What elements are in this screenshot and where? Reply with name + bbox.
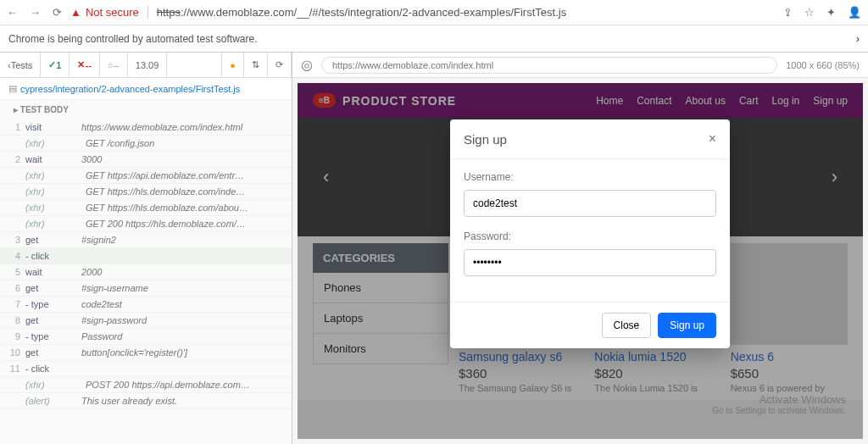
username-input[interactable] bbox=[464, 190, 716, 217]
browser-toolbar: ← → ⟳ ▲ Not secure https://www.demoblaze… bbox=[0, 0, 868, 25]
pending-count: ○ -- bbox=[100, 53, 128, 77]
rerun-icon[interactable]: ⟳ bbox=[268, 53, 292, 77]
command-row[interactable]: 4- click bbox=[0, 248, 292, 264]
status-dot: ● bbox=[221, 53, 244, 77]
test-body-label: ▸ TEST BODY bbox=[0, 100, 292, 119]
username-label: Username: bbox=[464, 171, 716, 183]
command-row[interactable]: (xhr)POST 200 https://api.demoblaze.com… bbox=[0, 377, 292, 393]
extensions-icon[interactable]: ✦ bbox=[826, 6, 836, 19]
duration: 13.09 bbox=[128, 53, 168, 77]
command-row[interactable]: (alert)This user already exist. bbox=[0, 393, 292, 409]
file-icon: ▤ bbox=[8, 83, 17, 94]
target-icon[interactable]: ◎ bbox=[301, 57, 313, 73]
close-button[interactable]: Close bbox=[602, 313, 652, 338]
security-badge[interactable]: ▲ Not secure bbox=[70, 6, 139, 19]
chevron-right-icon[interactable]: › bbox=[856, 33, 860, 45]
viewport-size: 1000 x 660 (85%) bbox=[786, 60, 860, 70]
address-bar[interactable]: https://www.demoblaze.com/__/#/tests/int… bbox=[147, 6, 566, 19]
reload-icon[interactable]: ⟳ bbox=[53, 6, 62, 19]
star-icon[interactable]: ☆ bbox=[804, 6, 815, 19]
forward-icon[interactable]: → bbox=[30, 6, 41, 19]
notice-text: Chrome is being controlled by automated … bbox=[8, 33, 257, 45]
command-row[interactable]: 3get#signin2 bbox=[0, 232, 292, 248]
app-preview: ◎ https://www.demoblaze.com/index.html 1… bbox=[292, 53, 868, 444]
warning-icon: ▲ bbox=[70, 6, 81, 19]
command-row[interactable]: 1visithttps://www.demoblaze.com/index.ht… bbox=[0, 119, 292, 136]
sort-icon[interactable]: ⇅ bbox=[244, 53, 268, 77]
share-icon[interactable]: ⇪ bbox=[783, 6, 793, 19]
app-frame: ≡B PRODUCT STORE HomeContactAbout usCart… bbox=[298, 83, 863, 439]
command-row[interactable]: (xhr)GET https://hls.demoblaze.com/abou… bbox=[0, 200, 292, 216]
pass-count: ✓ 1 bbox=[41, 53, 70, 77]
command-row[interactable]: 5wait2000 bbox=[0, 264, 292, 280]
cypress-panel: ‹ Tests ✓ 1 ✕ -- ○ -- 13.09 ● ⇅ ⟳ ▤ cypr… bbox=[0, 53, 292, 444]
command-row[interactable]: (xhr)GET /config.json bbox=[0, 136, 292, 152]
back-to-tests[interactable]: ‹ Tests bbox=[0, 53, 41, 77]
nav-arrows[interactable]: ← → ⟳ bbox=[7, 6, 62, 19]
profile-icon[interactable]: 👤 bbox=[848, 6, 861, 19]
cypress-toolbar: ‹ Tests ✓ 1 ✕ -- ○ -- 13.09 ● ⇅ ⟳ bbox=[0, 53, 292, 78]
command-row[interactable]: 9- typePassword bbox=[0, 329, 292, 345]
command-row[interactable]: (xhr)GET 200 https://hls.demoblaze.com/… bbox=[0, 216, 292, 232]
command-row[interactable]: 7- typecode2test bbox=[0, 297, 292, 313]
modal-title: Sign up bbox=[464, 132, 507, 147]
command-row[interactable]: 11- click bbox=[0, 361, 292, 377]
password-label: Password: bbox=[464, 230, 716, 242]
command-row[interactable]: 2wait3000 bbox=[0, 152, 292, 168]
spec-path[interactable]: ▤ cypress/integration/2-advanced-example… bbox=[0, 78, 292, 100]
command-row[interactable]: (xhr)GET https://api.demoblaze.com/entr… bbox=[0, 168, 292, 184]
command-row[interactable]: 6get#sign-username bbox=[0, 280, 292, 297]
fail-count: ✕ -- bbox=[70, 53, 99, 77]
password-input[interactable] bbox=[464, 249, 716, 276]
signup-button[interactable]: Sign up bbox=[658, 313, 716, 338]
url-protocol: https bbox=[157, 6, 181, 19]
automation-notice: Chrome is being controlled by automated … bbox=[0, 25, 868, 53]
back-icon[interactable]: ← bbox=[7, 6, 18, 19]
signup-modal: Sign up × Username: Password: Close Sign… bbox=[450, 119, 730, 348]
command-row[interactable]: (xhr)GET https://hls.demoblaze.com/inde… bbox=[0, 184, 292, 200]
close-icon[interactable]: × bbox=[709, 131, 716, 147]
url-path: ://www.demoblaze.com/__/#/tests/integrat… bbox=[181, 6, 566, 19]
command-row[interactable]: 10getbutton[onclick='register()'] bbox=[0, 345, 292, 361]
app-url[interactable]: https://www.demoblaze.com/index.html bbox=[321, 57, 777, 74]
not-secure-label: Not secure bbox=[86, 6, 139, 19]
command-row[interactable]: 8get#sign-password bbox=[0, 313, 292, 329]
